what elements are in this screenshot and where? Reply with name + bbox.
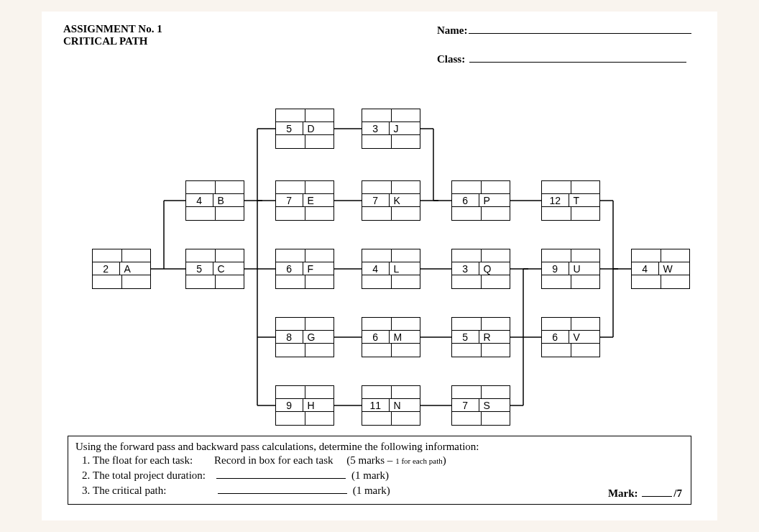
lf-cell[interactable] — [571, 344, 600, 357]
task-box-Q[interactable]: 3Q — [451, 249, 510, 289]
ls-cell[interactable] — [276, 135, 305, 148]
ls-cell[interactable] — [542, 275, 571, 288]
lf-cell[interactable] — [392, 135, 420, 148]
lf-cell[interactable] — [216, 207, 244, 220]
lf-cell[interactable] — [482, 412, 510, 425]
ef-cell[interactable] — [482, 181, 510, 193]
ls-cell[interactable] — [276, 207, 305, 220]
lf-cell[interactable] — [392, 275, 420, 288]
lf-cell[interactable] — [482, 344, 510, 357]
ef-cell[interactable] — [216, 181, 244, 193]
ef-cell[interactable] — [482, 318, 510, 330]
es-cell[interactable] — [276, 181, 305, 193]
ls-cell[interactable] — [632, 275, 661, 288]
task-box-V[interactable]: 6V — [541, 317, 600, 357]
ef-cell[interactable] — [571, 318, 600, 330]
ef-cell[interactable] — [305, 249, 334, 262]
lf-cell[interactable] — [305, 275, 334, 288]
ef-cell[interactable] — [482, 386, 510, 398]
ef-cell[interactable] — [392, 386, 420, 398]
task-box-F[interactable]: 6F — [275, 249, 334, 289]
ls-cell[interactable] — [452, 275, 482, 288]
lf-cell[interactable] — [216, 275, 244, 288]
ef-cell[interactable] — [392, 318, 420, 330]
es-cell[interactable] — [362, 249, 392, 262]
ls-cell[interactable] — [93, 275, 122, 288]
task-box-U[interactable]: 9U — [541, 249, 600, 289]
es-cell[interactable] — [276, 249, 305, 262]
ls-cell[interactable] — [452, 207, 482, 220]
ef-cell[interactable] — [305, 318, 334, 330]
es-cell[interactable] — [362, 318, 392, 330]
es-cell[interactable] — [452, 318, 482, 330]
ef-cell[interactable] — [392, 249, 420, 262]
task-box-P[interactable]: 6P — [451, 180, 510, 221]
lf-cell[interactable] — [482, 207, 510, 220]
task-box-M[interactable]: 6M — [362, 317, 420, 357]
class-field[interactable]: Class: — [437, 52, 686, 65]
task-box-H[interactable]: 9H — [275, 385, 334, 426]
es-cell[interactable] — [452, 181, 482, 193]
ls-cell[interactable] — [542, 344, 571, 357]
es-cell[interactable] — [186, 249, 216, 262]
lf-cell[interactable] — [661, 275, 690, 288]
name-field[interactable]: Name: — [437, 23, 691, 37]
lf-cell[interactable] — [571, 207, 600, 220]
es-cell[interactable] — [362, 181, 392, 193]
ls-cell[interactable] — [362, 207, 392, 220]
ef-cell[interactable] — [571, 249, 600, 262]
es-cell[interactable] — [276, 318, 305, 330]
ls-cell[interactable] — [452, 412, 482, 425]
ef-cell[interactable] — [661, 249, 690, 262]
class-blank[interactable] — [469, 52, 686, 63]
task-box-C[interactable]: 5C — [185, 249, 244, 289]
ef-cell[interactable] — [216, 249, 244, 262]
ls-cell[interactable] — [276, 344, 305, 357]
ef-cell[interactable] — [305, 109, 334, 121]
item3-blank[interactable] — [218, 483, 347, 494]
es-cell[interactable] — [276, 109, 305, 121]
lf-cell[interactable] — [305, 135, 334, 148]
task-box-E[interactable]: 7E — [275, 180, 334, 221]
lf-cell[interactable] — [122, 275, 151, 288]
ef-cell[interactable] — [305, 181, 334, 193]
lf-cell[interactable] — [392, 207, 420, 220]
lf-cell[interactable] — [482, 275, 510, 288]
lf-cell[interactable] — [571, 275, 600, 288]
ls-cell[interactable] — [362, 275, 392, 288]
es-cell[interactable] — [542, 318, 571, 330]
task-box-N[interactable]: 11N — [362, 385, 420, 426]
lf-cell[interactable] — [392, 344, 420, 357]
ef-cell[interactable] — [482, 249, 510, 262]
es-cell[interactable] — [362, 386, 392, 398]
ls-cell[interactable] — [542, 207, 571, 220]
ls-cell[interactable] — [276, 275, 305, 288]
ef-cell[interactable] — [392, 181, 420, 193]
ef-cell[interactable] — [122, 249, 151, 262]
task-box-W[interactable]: 4W — [631, 249, 690, 289]
task-box-T[interactable]: 12T — [541, 180, 600, 221]
ef-cell[interactable] — [305, 386, 334, 398]
ls-cell[interactable] — [186, 275, 216, 288]
ls-cell[interactable] — [362, 344, 392, 357]
lf-cell[interactable] — [305, 207, 334, 220]
ls-cell[interactable] — [452, 344, 482, 357]
lf-cell[interactable] — [305, 344, 334, 357]
mark-blank[interactable] — [642, 486, 672, 497]
es-cell[interactable] — [276, 386, 305, 398]
es-cell[interactable] — [362, 109, 392, 121]
task-box-A[interactable]: 2A — [92, 249, 151, 289]
task-box-S[interactable]: 7S — [451, 385, 510, 426]
ls-cell[interactable] — [276, 412, 305, 425]
lf-cell[interactable] — [392, 412, 420, 425]
es-cell[interactable] — [186, 181, 216, 193]
name-blank[interactable] — [469, 23, 691, 34]
ls-cell[interactable] — [362, 135, 392, 148]
es-cell[interactable] — [452, 386, 482, 398]
es-cell[interactable] — [542, 181, 571, 193]
ls-cell[interactable] — [186, 207, 216, 220]
ef-cell[interactable] — [571, 181, 600, 193]
es-cell[interactable] — [632, 249, 661, 262]
task-box-B[interactable]: 4B — [185, 180, 244, 221]
task-box-R[interactable]: 5R — [451, 317, 510, 357]
